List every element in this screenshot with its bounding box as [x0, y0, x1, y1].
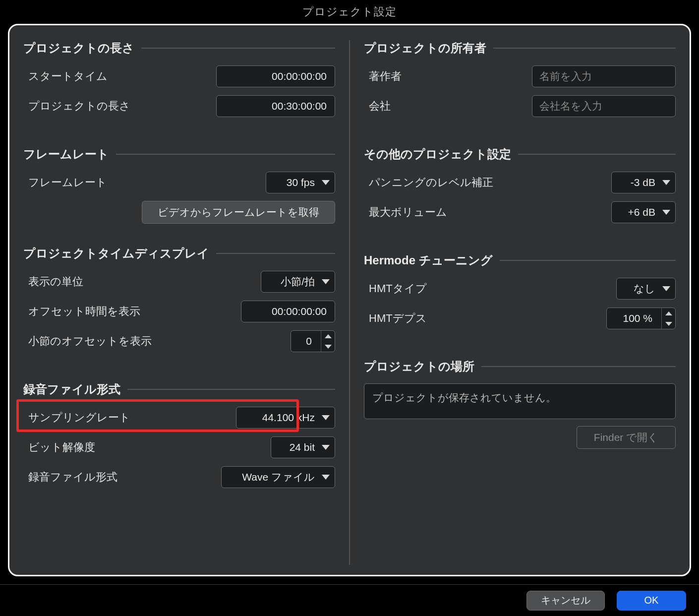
- divider: [518, 154, 676, 155]
- max-volume-label: 最大ボリューム: [364, 205, 447, 220]
- chevron-down-icon: [322, 475, 330, 480]
- hmt-type-label: HMTタイプ: [364, 281, 427, 296]
- group-other-settings: その他のプロジェクト設定 パンニングのレベル補正 -3 dB 最大ボリューム +…: [364, 146, 676, 231]
- chevron-down-icon: [322, 415, 330, 420]
- group-title-hermode: Hermode チューニング: [364, 252, 493, 268]
- divider: [141, 48, 335, 49]
- frame-rate-dropdown[interactable]: 30 fps: [266, 172, 335, 193]
- group-recording-format: 録音ファイル形式 サンプリングレート 44.100 kHz ビット解像度 24 …: [23, 381, 335, 495]
- stepper-arrows[interactable]: [661, 308, 675, 329]
- hmt-depth-stepper[interactable]: 100 %: [606, 308, 676, 329]
- left-column: プロジェクトの長さ スタートタイム 00:00:00:00 プロジェクトの長さ …: [23, 40, 350, 565]
- chevron-up-icon: [665, 311, 672, 315]
- hmt-type-dropdown[interactable]: なし: [616, 278, 676, 300]
- group-title-frame-rate: フレームレート: [23, 146, 109, 162]
- group-hermode: Hermode チューニング HMTタイプ なし HMTデプス 100 %: [364, 252, 676, 337]
- author-label: 著作者: [364, 69, 402, 84]
- get-frame-rate-from-video-button[interactable]: ビデオからフレームレートを取得: [142, 201, 335, 224]
- divider: [216, 253, 335, 254]
- group-project-location: プロジェクトの場所 プロジェクトが保存されていません。 Finder で開く: [364, 359, 676, 449]
- chevron-down-icon: [322, 279, 330, 284]
- group-frame-rate: フレームレート フレームレート 30 fps ビデオからフレームレートを取得: [23, 146, 335, 224]
- offset-time-input[interactable]: 00:00:00:00: [241, 301, 335, 322]
- display-unit-label: 表示の単位: [23, 274, 83, 289]
- project-settings-window: プロジェクト設定 プロジェクトの長さ スタートタイム 00:00:00:00 プ…: [0, 0, 699, 616]
- project-length-input[interactable]: 00:30:00:00: [216, 95, 335, 117]
- group-project-owner: プロジェクトの所有者 著作者 名前を入力 会社 会社名を入力: [364, 40, 676, 124]
- bit-depth-label: ビット解像度: [23, 440, 95, 455]
- company-label: 会社: [364, 99, 391, 114]
- project-length-label: プロジェクトの長さ: [23, 99, 130, 114]
- display-unit-dropdown[interactable]: 小節/拍: [261, 271, 335, 293]
- chevron-down-icon: [665, 322, 672, 326]
- max-volume-dropdown[interactable]: +6 dB: [611, 201, 676, 223]
- settings-panel: プロジェクトの長さ スタートタイム 00:00:00:00 プロジェクトの長さ …: [8, 24, 691, 576]
- start-time-label: スタートタイム: [23, 69, 108, 84]
- cancel-button[interactable]: キャンセル: [526, 591, 605, 611]
- divider: [481, 366, 676, 367]
- ok-button[interactable]: OK: [617, 591, 686, 611]
- sample-rate-row: サンプリングレート 44.100 kHz: [23, 406, 335, 429]
- window-title: プロジェクト設定: [0, 0, 699, 24]
- group-project-length: プロジェクトの長さ スタートタイム 00:00:00:00 プロジェクトの長さ …: [23, 40, 335, 124]
- stepper-arrows[interactable]: [321, 331, 335, 352]
- sample-rate-dropdown[interactable]: 44.100 kHz: [236, 407, 335, 429]
- recording-file-format-dropdown[interactable]: Wave ファイル: [221, 466, 335, 488]
- group-title-time-display: プロジェクトタイムディスプレイ: [23, 246, 209, 261]
- company-input[interactable]: 会社名を入力: [532, 95, 676, 117]
- divider: [493, 48, 676, 49]
- offset-time-label: オフセット時間を表示: [23, 304, 140, 319]
- sample-rate-label: サンプリングレート: [23, 410, 130, 425]
- author-input[interactable]: 名前を入力: [532, 65, 676, 87]
- chevron-down-icon: [662, 210, 670, 215]
- divider: [116, 154, 335, 155]
- open-in-finder-button[interactable]: Finder で開く: [577, 426, 676, 449]
- bar-offset-label: 小節のオフセットを表示: [23, 334, 152, 349]
- project-location-display: プロジェクトが保存されていません。: [364, 383, 676, 419]
- panning-dropdown[interactable]: -3 dB: [611, 172, 676, 193]
- chevron-down-icon: [322, 180, 330, 185]
- hmt-depth-label: HMTデプス: [364, 311, 427, 326]
- group-title-other: その他のプロジェクト設定: [364, 146, 511, 162]
- window-title-text: プロジェクト設定: [302, 4, 397, 19]
- group-title-recording: 録音ファイル形式: [23, 381, 120, 397]
- right-column: プロジェクトの所有者 著作者 名前を入力 会社 会社名を入力 その他のプロジェク…: [350, 40, 676, 565]
- group-time-display: プロジェクトタイムディスプレイ 表示の単位 小節/拍 オフセット時間を表示 00…: [23, 246, 335, 360]
- chevron-down-icon: [325, 345, 332, 349]
- group-title-project-length: プロジェクトの長さ: [23, 40, 134, 56]
- group-title-location: プロジェクトの場所: [364, 359, 474, 374]
- chevron-down-icon: [662, 286, 670, 291]
- group-title-owner: プロジェクトの所有者: [364, 40, 486, 56]
- chevron-down-icon: [662, 180, 670, 185]
- chevron-up-icon: [325, 334, 332, 338]
- bar-offset-stepper[interactable]: 0: [291, 330, 335, 352]
- chevron-down-icon: [322, 445, 330, 450]
- panning-label: パンニングのレベル補正: [364, 175, 493, 190]
- bit-depth-dropdown[interactable]: 24 bit: [271, 436, 335, 458]
- recording-file-format-label: 録音ファイル形式: [23, 470, 117, 485]
- divider: [127, 389, 335, 390]
- frame-rate-label: フレームレート: [23, 175, 107, 190]
- start-time-input[interactable]: 00:00:00:00: [216, 65, 335, 87]
- dialog-footer: キャンセル OK: [0, 584, 699, 616]
- divider: [500, 260, 676, 261]
